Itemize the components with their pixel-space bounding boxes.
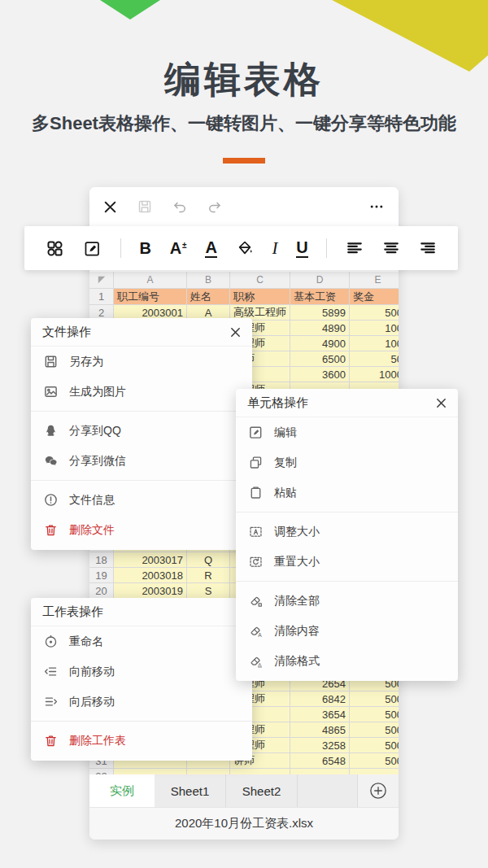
- grid-cell[interactable]: 4865: [290, 722, 350, 738]
- menu-item-清除全部[interactable]: 清除全部: [236, 586, 458, 616]
- redo-icon[interactable]: [204, 196, 225, 217]
- grid-cell[interactable]: 职工编号: [114, 289, 187, 305]
- popup-header: 单元格操作: [236, 389, 458, 417]
- grid-cell[interactable]: 2003017: [114, 552, 187, 568]
- menu-item-label: 复制: [274, 456, 297, 470]
- menu-item-文件信息[interactable]: 文件信息: [31, 485, 252, 515]
- menu-item-粘贴[interactable]: 粘贴: [236, 478, 458, 508]
- fill-color-icon[interactable]: [236, 239, 254, 257]
- align-right-icon[interactable]: [419, 239, 437, 257]
- grid-cell[interactable]: 500: [350, 722, 399, 738]
- menu-item-调整大小[interactable]: 调整大小: [236, 517, 458, 547]
- grid-cell[interactable]: S: [187, 583, 230, 599]
- grid-cell[interactable]: 500: [350, 691, 399, 707]
- grid-cell[interactable]: Q: [187, 552, 230, 568]
- close-icon[interactable]: [229, 325, 242, 339]
- underline-icon[interactable]: U: [296, 239, 307, 258]
- popup-padding: [31, 545, 252, 550]
- grid-cell[interactable]: 50: [350, 351, 399, 367]
- menu-item-重置大小[interactable]: 重置大小: [236, 547, 458, 577]
- grid-cell[interactable]: 5899: [290, 305, 350, 321]
- menu-item-label: 清除内容: [274, 624, 320, 639]
- accent-bar: [223, 158, 265, 164]
- sheet-tab-Sheet2[interactable]: Sheet2: [226, 774, 298, 807]
- align-center-icon[interactable]: [382, 239, 400, 257]
- save-floppy-icon: [42, 354, 59, 369]
- erase-format-icon: A: [247, 653, 264, 669]
- grid-cell[interactable]: 3600: [290, 367, 350, 382]
- grid-menu-icon[interactable]: [46, 239, 64, 258]
- undo-icon[interactable]: [169, 196, 190, 217]
- font-size-icon[interactable]: A±: [170, 240, 187, 256]
- menu-item-分享到微信[interactable]: 分享到微信: [31, 446, 252, 476]
- grid-cell[interactable]: 3258: [290, 738, 350, 753]
- edit-cell-icon[interactable]: [83, 239, 102, 258]
- menu-item-向后移动[interactable]: 向后移动: [31, 687, 252, 717]
- grid-cell[interactable]: R: [187, 568, 230, 583]
- sheet-tab-Sheet1[interactable]: Sheet1: [155, 774, 226, 807]
- row-header-19[interactable]: 19: [89, 568, 114, 583]
- grid-cell[interactable]: 2003018: [114, 568, 187, 583]
- font-color-icon[interactable]: A: [205, 239, 216, 258]
- save-floppy-icon[interactable]: [134, 196, 155, 217]
- menu-item-label: 生成为图片: [69, 385, 126, 399]
- svg-text:A: A: [258, 632, 262, 638]
- grid-cell[interactable]: 100: [350, 336, 399, 351]
- italic-icon[interactable]: I: [272, 240, 277, 256]
- grid-cell[interactable]: 100: [350, 321, 399, 336]
- grid-cell[interactable]: 500: [350, 738, 399, 753]
- filename-text: 2020年10月份工资表.xlsx: [175, 816, 313, 831]
- column-header-B[interactable]: B: [187, 272, 230, 289]
- row-header-1[interactable]: 1: [89, 289, 114, 305]
- menu-item-label: 粘贴: [274, 486, 297, 500]
- grid-cell[interactable]: 500: [350, 753, 399, 769]
- qq-icon: [42, 423, 59, 438]
- grid-cell[interactable]: 6500: [290, 351, 350, 367]
- row-header-18[interactable]: 18: [89, 552, 114, 568]
- align-left-icon[interactable]: [346, 239, 364, 257]
- grid-cell[interactable]: 6548: [290, 753, 350, 769]
- row-header-20[interactable]: 20: [89, 583, 114, 599]
- menu-item-删除文件[interactable]: 删除文件: [31, 515, 252, 545]
- menu-item-清除内容[interactable]: A清除内容: [236, 616, 458, 646]
- menu-item-label: 分享到QQ: [69, 424, 121, 438]
- page-title: 编辑表格: [0, 55, 488, 104]
- grid-cell[interactable]: 4900: [290, 336, 350, 351]
- grid-cell[interactable]: 3654: [290, 707, 350, 722]
- plus-circle-icon[interactable]: [357, 774, 399, 807]
- column-header-E[interactable]: E: [350, 272, 399, 289]
- menu-divider: [236, 581, 458, 582]
- menu-item-另存为[interactable]: 另存为: [31, 347, 252, 377]
- grid-cell[interactable]: 4890: [290, 321, 350, 336]
- toolbar-separator: [326, 238, 327, 258]
- page: 编辑表格 多Sheet表格操作、一键转图片、一键分享等特色功能 ABCDE1职工…: [0, 0, 488, 868]
- svg-text:A: A: [258, 661, 262, 667]
- more-dots-icon[interactable]: [366, 196, 387, 217]
- grid-cell[interactable]: 基本工资: [290, 289, 350, 305]
- grid-cell[interactable]: 奖金: [350, 289, 399, 305]
- column-header-C[interactable]: C: [230, 272, 290, 289]
- grid-cell[interactable]: 1000: [350, 367, 399, 382]
- grid-cell[interactable]: 6842: [290, 691, 350, 707]
- reset-size-icon: [247, 554, 264, 569]
- close-icon[interactable]: [434, 396, 448, 410]
- menu-item-编辑[interactable]: 编辑: [236, 417, 458, 447]
- close-icon[interactable]: [99, 196, 120, 217]
- grid-cell[interactable]: 500: [350, 305, 399, 321]
- grid-cell[interactable]: 2003019: [114, 583, 187, 599]
- select-all-corner[interactable]: [89, 272, 114, 289]
- menu-item-复制[interactable]: 复制: [236, 447, 458, 478]
- sheet-tab-实例[interactable]: 实例: [89, 774, 155, 807]
- bold-icon[interactable]: B: [139, 240, 150, 256]
- grid-cell[interactable]: 500: [350, 707, 399, 722]
- column-header-A[interactable]: A: [114, 272, 187, 289]
- menu-item-清除格式[interactable]: A清除格式: [236, 646, 458, 676]
- menu-item-向前移动[interactable]: 向前移动: [31, 656, 252, 687]
- column-header-D[interactable]: D: [290, 272, 350, 289]
- grid-cell[interactable]: 姓名: [187, 289, 230, 305]
- grid-cell[interactable]: 职称: [230, 289, 290, 305]
- menu-item-生成为图片[interactable]: 生成为图片: [31, 377, 252, 407]
- menu-item-重命名[interactable]: 重命名: [31, 626, 252, 656]
- menu-item-删除工作表[interactable]: 删除工作表: [31, 726, 252, 756]
- menu-item-分享到QQ[interactable]: 分享到QQ: [31, 416, 252, 446]
